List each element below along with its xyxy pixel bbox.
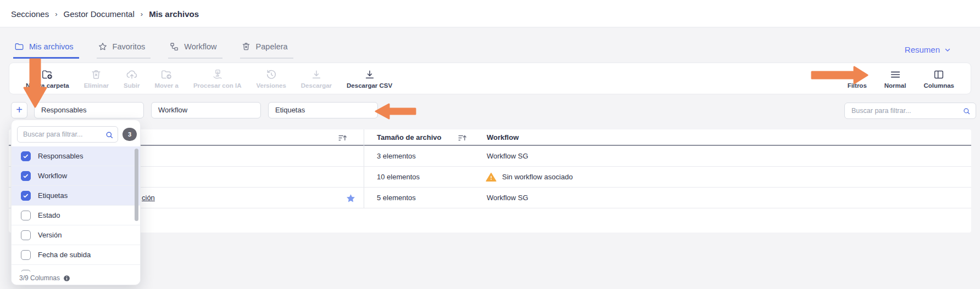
table-row[interactable]: ción 5 elementos Workflow SG [9, 188, 971, 208]
table-search-input[interactable] [845, 103, 976, 118]
option-label: Responsables [38, 152, 83, 160]
table-row[interactable]: 10 elementos Sin workflow asociado [9, 167, 971, 188]
tab-favoritos[interactable]: Favoritos [97, 42, 151, 59]
breadcrumb-secciones[interactable]: Secciones [11, 9, 49, 19]
option-label: Fecha de subida [38, 251, 91, 259]
checkbox-icon[interactable] [21, 211, 31, 220]
cell-size: 10 elementos [377, 167, 420, 188]
move-to-button[interactable]: Mover a [154, 69, 178, 89]
tab-label: Workflow [184, 42, 216, 51]
download-icon [310, 69, 322, 81]
columns-button[interactable]: Columnas [923, 69, 954, 89]
favorite-star-icon[interactable] [346, 193, 356, 203]
column-option-etiquetas[interactable]: Etiquetas [12, 186, 140, 206]
filter-chip-responsables[interactable]: Responsables [34, 102, 144, 118]
column-header-workflow[interactable]: Workflow [487, 129, 519, 146]
selected-count-badge: 3 [122, 128, 137, 141]
files-table: Tamaño de archivo Workflow 3 elementos W… [9, 129, 971, 233]
column-option-version[interactable]: Versión [12, 225, 140, 245]
column-picker-search-input[interactable] [18, 127, 118, 142]
tab-papelera[interactable]: Papelera [240, 42, 293, 59]
sort-icon[interactable] [457, 133, 467, 143]
rows-icon [889, 69, 901, 81]
option-label: Etiquetas [38, 191, 68, 200]
download-csv-button[interactable]: Descargar CSV [347, 69, 392, 89]
chevron-down-icon [944, 46, 951, 54]
tab-workflow[interactable]: Workflow [168, 42, 222, 59]
toolbar-label: Subir [124, 82, 140, 89]
checkbox-icon[interactable] [21, 230, 31, 240]
toolbar-label: Procesar con IA [193, 82, 242, 89]
breadcrumb: Secciones › Gestor Documental › Mis arch… [11, 0, 199, 27]
versions-button[interactable]: Versiones [256, 69, 286, 89]
tab-label: Papelera [256, 42, 288, 51]
resumen-toggle[interactable]: Resumen [905, 45, 951, 54]
columns-count-label: 3/9 Columnas [19, 274, 60, 282]
svg-text:AI: AI [216, 70, 219, 73]
column-picker-search-box [17, 126, 118, 143]
tab-mis-archivos[interactable]: Mis archivos [13, 42, 79, 59]
column-header-size[interactable]: Tamaño de archivo [377, 129, 442, 146]
toolbar-label: Descargar CSV [347, 82, 392, 89]
process-ai-button[interactable]: AI Procesar con IA [193, 69, 242, 89]
column-option-responsables[interactable]: Responsables [12, 146, 140, 166]
option-label: Versión [38, 231, 62, 239]
normal-view-button[interactable]: Normal [884, 69, 906, 89]
checkbox-icon[interactable] [21, 171, 31, 181]
upload-cloud-icon [126, 69, 138, 81]
toolbar-label: Mover a [154, 82, 178, 89]
tab-label: Favoritos [113, 42, 146, 51]
toolbar-label: Versiones [256, 82, 286, 89]
search-icon [105, 131, 114, 139]
breadcrumb-gestor-documental[interactable]: Gestor Documental [64, 9, 135, 19]
download-button[interactable]: Descargar [301, 69, 332, 89]
tab-label: Mis archivos [29, 42, 74, 51]
move-folder-icon [160, 69, 172, 81]
toolbar-label: Columnas [923, 82, 954, 89]
info-icon [63, 275, 70, 282]
column-option-workflow[interactable]: Workflow [12, 166, 140, 186]
cell-workflow: Workflow SG [487, 188, 528, 208]
breadcrumb-separator: › [141, 10, 143, 18]
history-icon [265, 69, 277, 81]
annotation-arrow-down-add-filter [22, 58, 48, 109]
checkbox-icon[interactable] [21, 151, 31, 161]
toolbar-actions: Nueva carpeta Eliminar Subir Mover a AI … [26, 69, 392, 89]
toolbar-label: Eliminar [84, 82, 109, 89]
tab-bar: Mis archivos Favoritos Workflow Papelera [13, 42, 293, 59]
gestor-documental-page: Secciones › Gestor Documental › Mis arch… [0, 0, 980, 289]
filter-chip-etiquetas[interactable]: Etiquetas [268, 102, 378, 118]
download-icon [364, 69, 376, 81]
dropdown-scrollbar[interactable] [135, 149, 138, 221]
workflow-icon [169, 42, 179, 52]
checkbox-icon[interactable] [21, 250, 31, 260]
filter-chip-workflow[interactable]: Workflow [151, 102, 261, 118]
option-label: Estado [38, 211, 60, 219]
table-search-box [844, 103, 976, 119]
file-name-link[interactable]: ción [142, 188, 155, 208]
column-option-estado[interactable]: Estado [12, 206, 140, 225]
trash-icon [90, 69, 102, 81]
upload-button[interactable]: Subir [124, 69, 140, 89]
delete-button[interactable]: Eliminar [84, 69, 109, 89]
annotation-arrow-right-filtros [811, 65, 869, 85]
table-header: Tamaño de archivo Workflow [9, 129, 971, 146]
folder-icon [14, 42, 24, 52]
breadcrumb-mis-archivos: Mis archivos [149, 9, 199, 19]
toolbar-label: Descargar [301, 82, 332, 89]
trash-icon [241, 42, 251, 52]
star-icon [98, 42, 108, 52]
topbar: Secciones › Gestor Documental › Mis arch… [0, 0, 980, 27]
cell-size: 5 elementos [377, 188, 416, 208]
column-options-list: Responsables Workflow Etiquetas Estado V… [12, 146, 140, 275]
resumen-label: Resumen [905, 45, 940, 54]
cell-workflow: Sin workflow asociado [502, 167, 573, 188]
checkbox-icon[interactable] [21, 191, 31, 201]
table-row[interactable]: 3 elementos Workflow SG [9, 146, 971, 167]
column-option-fecha-de-subida[interactable]: Fecha de subida [12, 245, 140, 265]
sort-icon[interactable] [337, 133, 348, 143]
search-icon [962, 107, 971, 115]
breadcrumb-separator: › [55, 10, 57, 18]
cell-workflow: Workflow SG [487, 146, 528, 167]
cell-size: 3 elementos [377, 146, 416, 167]
